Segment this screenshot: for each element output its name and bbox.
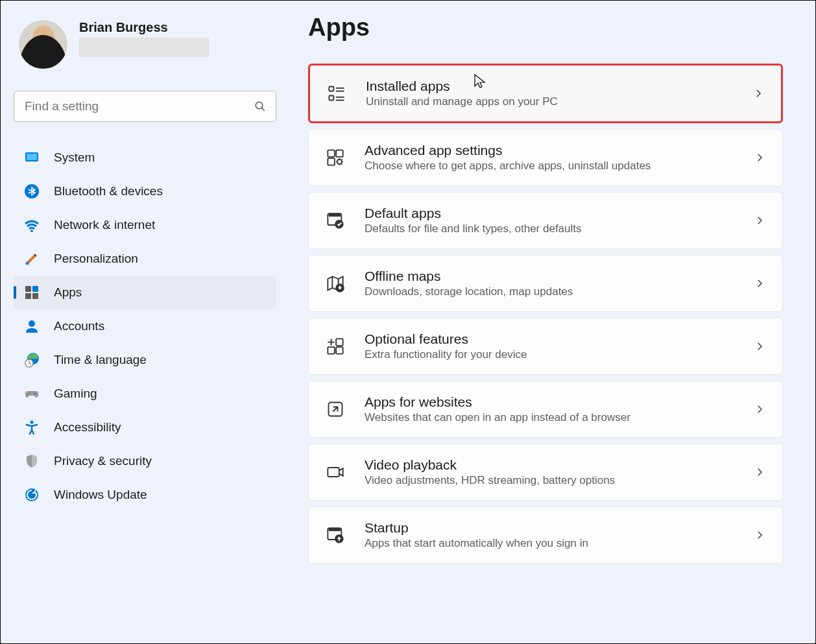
main-content: Apps Installed apps Uninstall and manage… xyxy=(286,1,815,643)
sidebar-item-bluetooth[interactable]: Bluetooth & devices xyxy=(14,175,276,208)
chevron-right-icon xyxy=(754,215,765,226)
svg-rect-18 xyxy=(329,87,333,91)
card-title: Default apps xyxy=(365,206,734,221)
sidebar-item-network[interactable]: Network & internet xyxy=(14,209,276,241)
apps-websites-icon xyxy=(326,400,345,419)
card-content: Startup Apps that start automatically wh… xyxy=(365,520,734,550)
sidebar-item-accounts[interactable]: Accounts xyxy=(14,310,276,342)
user-email-placeholder xyxy=(79,38,209,57)
nav-list: System Bluetooth & devices Network & int… xyxy=(14,141,276,511)
nav-label: Apps xyxy=(54,285,82,300)
nav-label: Time & language xyxy=(54,353,147,367)
card-content: Video playback Video adjustments, HDR st… xyxy=(365,457,734,487)
system-icon xyxy=(24,150,40,165)
svg-point-16 xyxy=(30,421,34,424)
svg-rect-29 xyxy=(330,214,340,217)
time-icon xyxy=(24,352,40,368)
chevron-right-icon xyxy=(754,278,765,289)
nav-label: Accessibility xyxy=(54,420,121,435)
svg-rect-34 xyxy=(336,347,343,354)
update-icon xyxy=(24,487,40,503)
sidebar-item-personalization[interactable]: Personalization xyxy=(14,243,276,275)
card-desc: Video adjustments, HDR streaming, batter… xyxy=(365,474,734,487)
svg-point-15 xyxy=(34,393,36,394)
offline-maps-icon xyxy=(326,274,345,293)
chevron-right-icon xyxy=(752,88,764,99)
page-title: Apps xyxy=(308,14,783,42)
card-desc: Extra functionality for your device xyxy=(365,348,734,361)
svg-rect-10 xyxy=(32,293,38,299)
nav-label: Gaming xyxy=(54,387,97,401)
sidebar-item-system[interactable]: System xyxy=(14,141,276,174)
svg-point-6 xyxy=(26,262,29,265)
search-input[interactable] xyxy=(14,91,276,122)
sidebar-item-apps[interactable]: Apps xyxy=(14,276,276,309)
card-installed-apps[interactable]: Installed apps Uninstall and manage apps… xyxy=(308,64,783,123)
startup-icon xyxy=(326,525,345,545)
svg-rect-32 xyxy=(336,339,343,346)
accessibility-icon xyxy=(24,420,40,435)
svg-rect-3 xyxy=(27,154,37,160)
card-startup[interactable]: Startup Apps that start automatically wh… xyxy=(308,507,783,564)
sidebar-item-update[interactable]: Windows Update xyxy=(14,479,276,511)
personalization-icon xyxy=(24,251,40,267)
card-default-apps[interactable]: Default apps Defaults for file and link … xyxy=(308,192,783,249)
svg-point-14 xyxy=(28,393,29,394)
chevron-right-icon xyxy=(754,403,765,415)
user-info: Brian Burgess xyxy=(79,20,209,57)
card-offline-maps[interactable]: Offline maps Downloads, storage location… xyxy=(308,255,783,312)
card-optional-features[interactable]: Optional features Extra functionality fo… xyxy=(308,318,783,375)
svg-rect-19 xyxy=(329,96,333,101)
svg-rect-25 xyxy=(336,150,343,157)
svg-point-5 xyxy=(30,230,33,232)
svg-rect-24 xyxy=(328,150,334,157)
card-desc: Defaults for file and link types, other … xyxy=(365,222,734,235)
card-title: Optional features xyxy=(365,331,734,347)
svg-rect-33 xyxy=(328,347,334,354)
user-profile[interactable]: Brian Burgess xyxy=(14,14,276,75)
svg-rect-38 xyxy=(330,529,340,531)
nav-label: System xyxy=(54,150,95,165)
sidebar-item-time[interactable]: Time & language xyxy=(14,344,276,376)
installed-apps-icon xyxy=(327,84,346,103)
card-content: Offline maps Downloads, storage location… xyxy=(365,268,734,298)
card-title: Video playback xyxy=(365,457,734,473)
card-advanced-app-settings[interactable]: Advanced app settings Choose where to ge… xyxy=(308,129,783,186)
default-apps-icon xyxy=(326,211,345,230)
svg-rect-26 xyxy=(328,158,334,165)
sidebar-item-accessibility[interactable]: Accessibility xyxy=(14,411,276,444)
chevron-right-icon xyxy=(754,466,765,478)
avatar xyxy=(19,20,67,69)
advanced-settings-icon xyxy=(326,148,345,167)
svg-rect-36 xyxy=(328,468,339,477)
nav-label: Windows Update xyxy=(54,488,147,502)
nav-label: Privacy & security xyxy=(54,454,152,468)
card-title: Installed apps xyxy=(366,78,733,94)
svg-rect-9 xyxy=(25,293,31,299)
chevron-right-icon xyxy=(754,340,765,352)
search-icon xyxy=(254,101,266,112)
svg-point-11 xyxy=(29,320,35,327)
card-title: Startup xyxy=(365,520,734,536)
card-title: Advanced app settings xyxy=(365,143,734,158)
card-video-playback[interactable]: Video playback Video adjustments, HDR st… xyxy=(308,444,783,501)
svg-rect-8 xyxy=(32,286,38,292)
svg-line-1 xyxy=(261,108,265,111)
accounts-icon xyxy=(24,318,40,334)
card-content: Apps for websites Websites that can open… xyxy=(365,394,734,424)
svg-point-0 xyxy=(256,102,263,109)
search-wrapper xyxy=(14,91,276,122)
card-desc: Uninstall and manage apps on your PC xyxy=(366,95,733,108)
cards-list: Installed apps Uninstall and manage apps… xyxy=(308,64,783,564)
card-apps-for-websites[interactable]: Apps for websites Websites that can open… xyxy=(308,381,783,438)
network-icon xyxy=(24,217,40,233)
card-desc: Choose where to get apps, archive apps, … xyxy=(365,160,734,173)
apps-icon xyxy=(24,285,40,300)
nav-label: Network & internet xyxy=(54,218,155,232)
sidebar-item-gaming[interactable]: Gaming xyxy=(14,377,276,410)
video-playback-icon xyxy=(326,462,345,482)
sidebar-item-privacy[interactable]: Privacy & security xyxy=(14,445,276,477)
card-content: Default apps Defaults for file and link … xyxy=(365,206,734,235)
card-title: Offline maps xyxy=(365,268,734,284)
nav-label: Personalization xyxy=(54,252,138,266)
